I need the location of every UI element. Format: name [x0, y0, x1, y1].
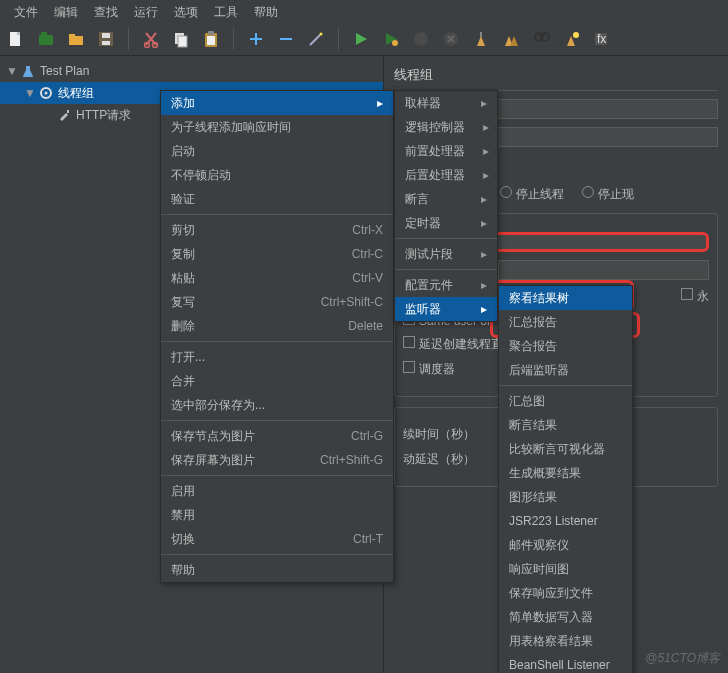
- listener-beanshell[interactable]: BeanShell Listener: [499, 653, 632, 673]
- listener-generate-summary[interactable]: 生成概要结果: [499, 461, 632, 485]
- ctx-toggle[interactable]: 切换Ctrl-T: [161, 527, 393, 551]
- chevron-right-icon: ▸: [481, 247, 487, 261]
- listener-aggregate-graph[interactable]: 汇总图: [499, 389, 632, 413]
- wand-icon[interactable]: [306, 29, 326, 49]
- ctx-add[interactable]: 添加▸: [161, 91, 393, 115]
- svg-rect-4: [69, 36, 83, 45]
- shutdown-icon[interactable]: [441, 29, 461, 49]
- svg-rect-5: [69, 34, 75, 37]
- svg-rect-8: [102, 41, 110, 45]
- collapse-icon[interactable]: ▼: [24, 86, 34, 100]
- sub-preprocessor[interactable]: 前置处理器▸: [395, 139, 497, 163]
- chevron-right-icon: ▸: [481, 216, 487, 230]
- templates-icon[interactable]: [36, 29, 56, 49]
- sub-sampler[interactable]: 取样器▸: [395, 91, 497, 115]
- sub-timer[interactable]: 定时器▸: [395, 211, 497, 235]
- ctx-duplicate[interactable]: 复写Ctrl+Shift-C: [161, 290, 393, 314]
- add-submenu[interactable]: 取样器▸ 逻辑控制器▸ 前置处理器▸ 后置处理器▸ 断言▸ 定时器▸ 测试片段▸…: [394, 90, 498, 322]
- listener-summary-report[interactable]: 汇总报告: [499, 310, 632, 334]
- listener-response-time-graph[interactable]: 响应时间图: [499, 557, 632, 581]
- listener-submenu[interactable]: 察看结果树 汇总报告 聚合报告 后端监听器 汇总图 断言结果 比较断言可视化器 …: [498, 285, 633, 673]
- ctx-save-screen-image[interactable]: 保存屏幕为图片Ctrl+Shift-G: [161, 448, 393, 472]
- minus-icon[interactable]: [276, 29, 296, 49]
- chevron-right-icon: ▸: [481, 278, 487, 292]
- menu-search[interactable]: 查找: [86, 2, 126, 20]
- sub-assertion[interactable]: 断言▸: [395, 187, 497, 211]
- svg-point-18: [414, 32, 428, 46]
- chevron-right-icon: ▸: [481, 192, 487, 206]
- cut-icon[interactable]: [141, 29, 161, 49]
- listener-jsr223[interactable]: JSR223 Listener: [499, 509, 632, 533]
- save-icon[interactable]: [96, 29, 116, 49]
- svg-rect-2: [39, 35, 53, 45]
- ctx-start[interactable]: 启动: [161, 139, 393, 163]
- copy-icon[interactable]: [171, 29, 191, 49]
- svg-point-17: [392, 40, 398, 46]
- ctx-disable[interactable]: 禁用: [161, 503, 393, 527]
- listener-aggregate-report[interactable]: 聚合报告: [499, 334, 632, 358]
- listener-save-resp-file[interactable]: 保存响应到文件: [499, 581, 632, 605]
- listener-mailer-viz[interactable]: 邮件观察仪: [499, 533, 632, 557]
- ctx-save-selection[interactable]: 选中部分保存为...: [161, 393, 393, 417]
- rampup-input[interactable]: [498, 260, 709, 280]
- search-icon[interactable]: [531, 29, 551, 49]
- run-icon[interactable]: [351, 29, 371, 49]
- tree-thread-group-label: 线程组: [58, 85, 94, 102]
- duration-label: 续时间（秒）: [403, 426, 475, 443]
- forever-checkbox[interactable]: 永: [681, 288, 709, 305]
- menu-options[interactable]: 选项: [166, 2, 206, 20]
- chevron-right-icon: ▸: [481, 96, 487, 110]
- paste-icon[interactable]: [201, 29, 221, 49]
- listener-view-results-table[interactable]: 用表格察看结果: [499, 629, 632, 653]
- menu-run[interactable]: 运行: [126, 2, 166, 20]
- delay-create-checkbox[interactable]: 延迟创建线程直: [403, 336, 503, 353]
- scheduler-checkbox[interactable]: 调度器: [403, 361, 455, 378]
- listener-view-results-tree[interactable]: 察看结果树: [499, 286, 632, 310]
- ctx-enable[interactable]: 启用: [161, 479, 393, 503]
- sub-logic[interactable]: 逻辑控制器▸: [395, 115, 497, 139]
- run-no-pause-icon[interactable]: [381, 29, 401, 49]
- svg-rect-15: [207, 36, 215, 45]
- collapse-icon[interactable]: ▼: [6, 64, 16, 78]
- stop-icon[interactable]: [411, 29, 431, 49]
- ctx-help[interactable]: 帮助: [161, 558, 393, 582]
- clear-all-icon[interactable]: [501, 29, 521, 49]
- sub-postprocessor[interactable]: 后置处理器▸: [395, 163, 497, 187]
- ctx-paste[interactable]: 粘贴Ctrl-V: [161, 266, 393, 290]
- tree-root[interactable]: ▼ Test Plan: [0, 60, 383, 82]
- svg-rect-28: [67, 110, 69, 113]
- clear-icon[interactable]: [471, 29, 491, 49]
- ctx-copy[interactable]: 复制Ctrl-C: [161, 242, 393, 266]
- new-file-icon[interactable]: [6, 29, 26, 49]
- listener-graph-results[interactable]: 图形结果: [499, 485, 632, 509]
- context-menu[interactable]: 添加▸ 为子线程添加响应时间 启动 不停顿启动 验证 剪切Ctrl-X 复制Ct…: [160, 90, 394, 583]
- listener-simple-data-writer[interactable]: 简单数据写入器: [499, 605, 632, 629]
- open-icon[interactable]: [66, 29, 86, 49]
- sub-config[interactable]: 配置元件▸: [395, 273, 497, 297]
- menu-help[interactable]: 帮助: [246, 2, 286, 20]
- ctx-save-node-image[interactable]: 保存节点为图片Ctrl-G: [161, 424, 393, 448]
- ctx-add-think-time[interactable]: 为子线程添加响应时间: [161, 115, 393, 139]
- panel-title: 线程组: [394, 64, 718, 91]
- radio-stop-thread[interactable]: 停止线程: [500, 186, 564, 203]
- menu-file[interactable]: 文件: [6, 2, 46, 20]
- sub-listener[interactable]: 监听器▸: [395, 297, 497, 321]
- ctx-cut[interactable]: 剪切Ctrl-X: [161, 218, 393, 242]
- menu-tools[interactable]: 工具: [206, 2, 246, 20]
- ctx-merge[interactable]: 合并: [161, 369, 393, 393]
- sub-fragment[interactable]: 测试片段▸: [395, 242, 497, 266]
- ctx-delete[interactable]: 删除Delete: [161, 314, 393, 338]
- svg-rect-3: [41, 32, 47, 36]
- listener-comparison-viz[interactable]: 比较断言可视化器: [499, 437, 632, 461]
- radio-stop-now[interactable]: 停止现: [582, 186, 634, 203]
- ctx-start-no-pause[interactable]: 不停顿启动: [161, 163, 393, 187]
- listener-assertion-results[interactable]: 断言结果: [499, 413, 632, 437]
- ctx-validate[interactable]: 验证: [161, 187, 393, 211]
- plus-icon[interactable]: [246, 29, 266, 49]
- menu-edit[interactable]: 编辑: [46, 2, 86, 20]
- listener-backend[interactable]: 后端监听器: [499, 358, 632, 382]
- reset-search-icon[interactable]: [561, 29, 581, 49]
- function-helper-icon[interactable]: fx: [591, 29, 611, 49]
- ctx-open[interactable]: 打开...: [161, 345, 393, 369]
- svg-rect-14: [208, 31, 214, 35]
